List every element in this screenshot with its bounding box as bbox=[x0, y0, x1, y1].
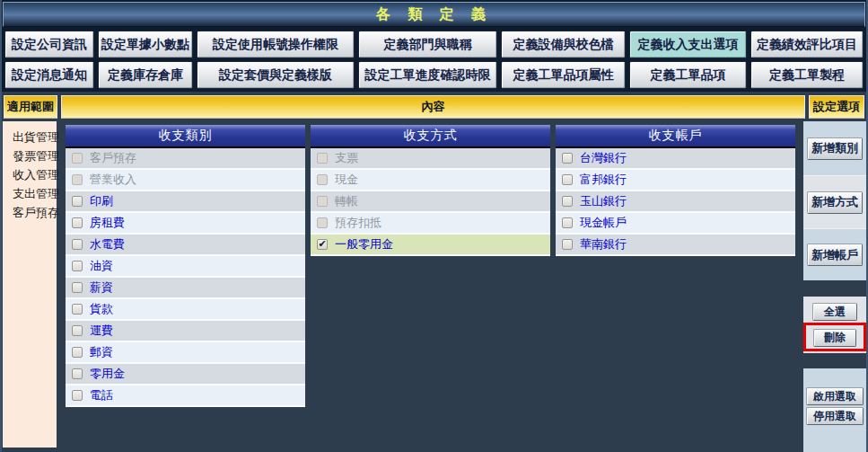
content-panel-header: 內容 bbox=[61, 95, 805, 119]
section-headers: 適用範圍 內容 設定選項 bbox=[2, 92, 866, 121]
tab-r1-c4[interactable]: 定義部門與職稱 bbox=[358, 31, 497, 58]
checkbox[interactable] bbox=[72, 261, 83, 271]
item-label: 客戶預存 bbox=[90, 150, 136, 166]
item-label: 預存扣抵 bbox=[335, 215, 381, 231]
checkbox-row[interactable]: 薪資 bbox=[66, 278, 305, 299]
checkbox bbox=[317, 153, 328, 164]
checkbox-row[interactable]: 玉山銀行 bbox=[556, 191, 795, 213]
checkbox-row[interactable]: 印刷 bbox=[66, 191, 305, 213]
checkbox-row[interactable]: 貨款 bbox=[66, 299, 305, 321]
checkbox-row[interactable]: 水電費 bbox=[66, 235, 305, 256]
checkbox-row[interactable]: 現金帳戶 bbox=[556, 213, 795, 235]
checkbox-row[interactable]: 台灣銀行 bbox=[556, 148, 795, 170]
tab-r2-c6[interactable]: 定義工單品項 bbox=[629, 61, 747, 89]
tab-r2-c5[interactable]: 定義工單品項屬性 bbox=[501, 61, 626, 89]
checkbox-checked[interactable]: ✔ bbox=[317, 239, 328, 250]
checkbox-row[interactable]: ✔一般零用金 bbox=[311, 235, 550, 256]
options-sidebar: 新增類別 新增方式 新增帳戶 全選 刪除 啟用選取 停用選取 bbox=[803, 121, 866, 452]
checkbox-row: 現金 bbox=[311, 170, 550, 191]
item-label: 台灣銀行 bbox=[580, 150, 627, 166]
checkbox-row[interactable]: 運費 bbox=[66, 321, 305, 342]
checkbox bbox=[317, 174, 328, 185]
item-label: 薪資 bbox=[90, 279, 113, 296]
checkbox[interactable] bbox=[72, 347, 83, 358]
scope-item-5: 客戶預存 bbox=[13, 203, 57, 222]
checkbox[interactable] bbox=[562, 174, 573, 185]
item-label: 貨款 bbox=[90, 301, 113, 317]
tab-r1-c6[interactable]: 定義收入支出選項 bbox=[629, 31, 747, 58]
tab-r1-c3[interactable]: 設定使用帳號操作權限 bbox=[197, 31, 355, 58]
app-window: 各 類 定 義 設定公司資訊設定單據小數點設定使用帳號操作權限定義部門與職稱定義… bbox=[0, 0, 868, 452]
item-label: 華南銀行 bbox=[580, 236, 627, 253]
item-label: 零用金 bbox=[90, 366, 125, 382]
tab-r2-c3[interactable]: 設定套價與定義樣版 bbox=[197, 61, 355, 89]
add-account-button[interactable]: 新增帳戶 bbox=[807, 244, 863, 266]
checkbox[interactable] bbox=[562, 196, 573, 207]
scope-item-1: 出貨管理 bbox=[13, 128, 57, 146]
checkbox bbox=[72, 174, 83, 185]
item-label: 玉山銀行 bbox=[580, 193, 627, 209]
item-label: 現金 bbox=[335, 172, 358, 188]
content-area: 收支類別客戶預存營業收入印刷房租費水電費油資薪資貨款運費郵資零用金電話收支方式支… bbox=[57, 121, 803, 452]
item-label: 郵資 bbox=[90, 344, 113, 360]
scope-item-4: 支出管理 bbox=[13, 184, 57, 203]
checkbox[interactable] bbox=[72, 325, 83, 336]
checkbox-row[interactable]: 郵資 bbox=[66, 342, 305, 364]
tab-r2-c1[interactable]: 設定消息通知 bbox=[4, 61, 94, 89]
item-label: 支票 bbox=[335, 150, 358, 166]
checkbox-row[interactable]: 富邦銀行 bbox=[556, 170, 795, 191]
checkbox[interactable] bbox=[562, 217, 573, 228]
item-label: 油資 bbox=[90, 258, 113, 274]
checkbox bbox=[317, 196, 328, 207]
tab-r1-c5[interactable]: 定義設備與校色檔 bbox=[501, 31, 626, 58]
scope-panel-header: 適用範圍 bbox=[4, 95, 57, 119]
checkbox-row[interactable]: 油資 bbox=[66, 256, 305, 278]
column-header: 收支類別 bbox=[66, 125, 305, 148]
checkbox[interactable] bbox=[72, 368, 83, 379]
tab-row-1: 設定公司資訊設定單據小數點設定使用帳號操作權限定義部門與職稱定義設備與校色檔定義… bbox=[4, 31, 864, 58]
checkbox-row[interactable]: 電話 bbox=[66, 386, 305, 407]
tab-bar: 設定公司資訊設定單據小數點設定使用帳號操作權限定義部門與職稱定義設備與校色檔定義… bbox=[2, 27, 866, 92]
check-icon: ✔ bbox=[318, 240, 326, 249]
checkbox bbox=[317, 217, 328, 228]
select-all-button[interactable]: 全選 bbox=[812, 303, 857, 321]
tab-r2-c2[interactable]: 定義庫存倉庫 bbox=[98, 61, 193, 89]
item-label: 現金帳戶 bbox=[580, 215, 627, 231]
delete-highlight-box: 刪除 bbox=[803, 323, 866, 351]
checkbox-row: 客戶預存 bbox=[66, 148, 305, 170]
selection-actions-cell: 全選 刪除 bbox=[803, 297, 866, 353]
scope-item-3: 收入管理 bbox=[13, 165, 57, 184]
item-label: 營業收入 bbox=[90, 172, 136, 188]
delete-button[interactable]: 刪除 bbox=[813, 329, 856, 347]
column-header: 收支方式 bbox=[311, 125, 550, 148]
checkbox[interactable] bbox=[72, 304, 83, 315]
tab-r2-c4[interactable]: 設定工單進度確認時限 bbox=[358, 61, 497, 89]
add-method-button[interactable]: 新增方式 bbox=[807, 191, 863, 214]
checkbox bbox=[72, 153, 83, 164]
checkbox-row[interactable]: 華南銀行 bbox=[556, 235, 795, 256]
tab-r1-c7[interactable]: 定義績效評比項目 bbox=[750, 31, 864, 58]
checkbox-row[interactable]: 零用金 bbox=[66, 364, 305, 386]
tab-r1-c1[interactable]: 設定公司資訊 bbox=[4, 31, 94, 58]
column-2: 收支方式支票現金轉帳預存扣抵✔一般零用金 bbox=[311, 125, 550, 256]
checkbox[interactable] bbox=[72, 282, 83, 293]
add-category-button[interactable]: 新增類別 bbox=[807, 137, 863, 160]
enable-selected-button[interactable]: 啟用選取 bbox=[806, 387, 864, 405]
tab-r1-c2[interactable]: 設定單據小數點 bbox=[98, 31, 193, 58]
checkbox[interactable] bbox=[72, 390, 83, 401]
item-label: 水電費 bbox=[90, 236, 125, 253]
checkbox[interactable] bbox=[72, 239, 83, 250]
tab-r2-c7[interactable]: 定義工單製程 bbox=[750, 61, 864, 89]
disable-selected-button[interactable]: 停用選取 bbox=[806, 407, 864, 425]
scope-item-2: 發票管理 bbox=[13, 146, 57, 165]
item-label: 房租費 bbox=[90, 215, 125, 231]
checkbox[interactable] bbox=[72, 217, 83, 228]
checkbox[interactable] bbox=[72, 196, 83, 207]
item-label: 轉帳 bbox=[335, 193, 358, 209]
checkbox[interactable] bbox=[562, 239, 573, 250]
tab-row-2: 設定消息通知定義庫存倉庫設定套價與定義樣版設定工單進度確認時限定義工單品項屬性定… bbox=[4, 61, 864, 89]
checkbox-row[interactable]: 房租費 bbox=[66, 213, 305, 235]
spacer bbox=[803, 353, 866, 368]
checkbox[interactable] bbox=[562, 153, 573, 164]
options-panel-header: 設定選項 bbox=[809, 95, 864, 119]
